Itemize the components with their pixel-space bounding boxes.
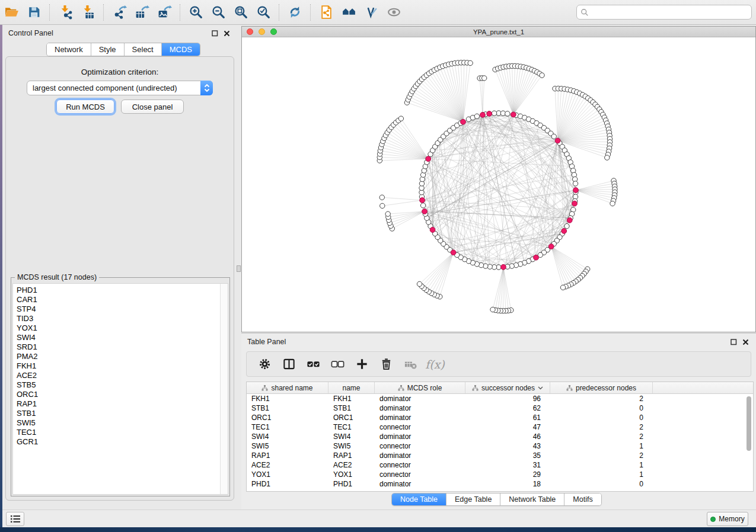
export-image-icon[interactable] [154,3,174,22]
open-session-icon[interactable] [1,3,21,22]
list-item[interactable]: TID3 [13,314,228,323]
column-header-name[interactable]: name [328,382,375,393]
mcds-hub-node[interactable] [426,156,431,162]
mcds-list-scrollbar[interactable] [220,284,228,494]
table-row[interactable]: FKH1FKH1dominator962 [247,394,753,403]
network-document-icon[interactable] [316,3,336,22]
task-history-button[interactable] [6,512,24,526]
list-item[interactable]: STB5 [13,380,228,390]
ring-node[interactable] [474,114,479,118]
ring-node[interactable] [505,111,510,116]
list-item[interactable]: RAP1 [13,399,228,409]
list-item[interactable]: SRD1 [13,342,228,352]
leaf-node[interactable] [379,195,384,200]
ring-node[interactable] [551,134,556,139]
import-table-icon[interactable] [78,3,98,22]
tab-node-table[interactable]: Node Table [392,493,446,505]
function-builder-icon[interactable]: f(x) [424,354,446,374]
leaf-node[interactable] [417,281,422,286]
export-table-icon[interactable] [132,3,152,22]
table-row[interactable]: PHD1PHD1dominator180 [247,479,753,489]
ring-node[interactable] [492,111,496,116]
column-header-shared-name[interactable]: shared name [247,382,328,393]
refresh-icon[interactable] [285,3,305,22]
zoom-fit-icon[interactable] [231,3,251,22]
leaf-node[interactable] [540,73,544,78]
tab-edge-table[interactable]: Edge Table [446,493,500,505]
zoom-out-icon[interactable] [208,3,228,22]
leaf-node[interactable] [380,203,385,208]
export-network-icon[interactable] [109,3,129,22]
list-item[interactable]: PMA2 [13,352,228,361]
mcds-hub-node[interactable] [572,201,578,206]
save-session-icon[interactable] [24,3,44,22]
close-panel-button[interactable]: Close panel [121,100,184,114]
mcds-hub-node[interactable] [511,112,516,117]
gear-icon[interactable] [254,354,276,374]
mcds-hub-node[interactable] [548,244,554,249]
delete-table-icon[interactable] [400,354,422,374]
tab-network-table[interactable]: Network Table [500,493,564,505]
mcds-hub-node[interactable] [461,119,466,124]
mcds-hub-node[interactable] [422,209,428,214]
search-input[interactable] [589,7,751,18]
mcds-hub-node[interactable] [451,250,456,255]
tab-network[interactable]: Network [47,43,91,56]
float-panel-icon[interactable] [731,339,737,345]
close-panel-icon[interactable] [742,339,749,345]
tab-mcds[interactable]: MCDS [162,43,200,56]
ring-node[interactable] [420,203,425,208]
table-row[interactable]: SWI5SWI5connector431 [247,441,753,451]
table-scrollbar-thumb[interactable] [747,396,751,451]
mcds-hub-node[interactable] [562,228,567,233]
leaf-node[interactable] [398,116,403,121]
column-header-successor-nodes[interactable]: successor nodes [465,382,550,393]
graphics-details-icon[interactable] [361,3,381,22]
mcds-hub-node[interactable] [420,198,425,203]
ring-node[interactable] [573,181,578,186]
table-row[interactable]: ORC1ORC1dominator610 [247,413,753,422]
zoom-selected-icon[interactable] [253,3,273,22]
leaf-node[interactable] [605,155,610,160]
mcds-hub-node[interactable] [534,255,539,260]
mcds-hub-node[interactable] [501,264,506,270]
table-row[interactable]: ACE2ACE2connector311 [247,460,753,470]
tab-style[interactable]: Style [91,43,125,56]
list-item[interactable]: YOX1 [13,323,228,333]
table-row[interactable]: YOX1YOX1connector291 [247,470,753,479]
tab-motifs[interactable]: Motifs [564,493,601,505]
leaf-node[interactable] [610,201,615,206]
vertical-splitter-handle[interactable] [237,265,241,272]
leaf-node[interactable] [481,76,486,81]
tab-select[interactable]: Select [125,43,162,56]
float-panel-icon[interactable] [212,30,218,37]
mcds-hub-node[interactable] [573,188,579,193]
table-row[interactable]: SWI4SWI4dominator462 [247,432,753,441]
mcds-hub-node[interactable] [487,111,492,117]
delete-icon[interactable] [375,354,397,374]
list-item[interactable]: GCR1 [13,437,228,447]
add-column-icon[interactable] [351,354,373,374]
import-network-icon[interactable] [55,3,75,22]
leaf-node[interactable] [468,60,473,65]
table-row[interactable]: RAP1RAP1dominator352 [247,451,753,460]
ring-node[interactable] [564,223,569,228]
list-item[interactable]: ACE2 [13,371,228,380]
select-all-icon[interactable] [302,354,324,374]
zoom-in-icon[interactable] [186,3,206,22]
list-item[interactable]: CAR1 [13,295,228,305]
leaf-node[interactable] [560,285,565,290]
table-row[interactable]: TEC1TEC1connector472 [247,422,753,432]
column-header-predecessor-nodes[interactable]: predecessor nodes [550,382,653,393]
criterion-dropdown[interactable]: largest connected component (undirected) [27,81,213,95]
table-row[interactable]: STB1STB1dominator620 [247,403,753,413]
list-item[interactable]: TEC1 [13,428,228,437]
binoculars-icon[interactable] [339,3,359,22]
column-layout-icon[interactable] [278,354,300,374]
mcds-hub-node[interactable] [430,227,435,233]
mcds-hub-node[interactable] [480,112,486,117]
column-header-MCDS-role[interactable]: MCDS role [375,382,465,393]
run-mcds-button[interactable]: Run MCDS [56,100,114,114]
mcds-hub-node[interactable] [555,138,560,143]
list-item[interactable]: FKH1 [13,361,228,371]
